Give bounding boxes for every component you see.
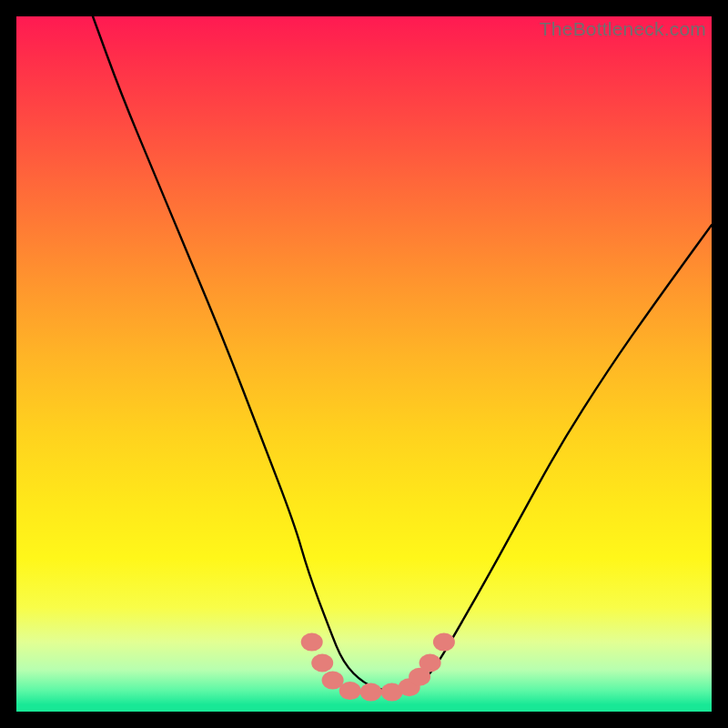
chart-overlay-svg [16, 16, 712, 712]
chart-plot-area: TheBottleneck.com [16, 16, 712, 712]
marker-dot [420, 654, 441, 672]
marker-dot [301, 633, 323, 652]
marker-dot [433, 633, 455, 652]
marker-dot [311, 654, 333, 672]
curve-line [93, 16, 712, 691]
watermark-text: TheBottleneck.com [540, 18, 706, 40]
chart-stage: TheBottleneck.com [0, 0, 728, 728]
curve-path [93, 16, 712, 691]
bottom-marker-cluster [301, 633, 455, 702]
marker-dot [339, 682, 361, 700]
marker-dot [360, 683, 382, 702]
